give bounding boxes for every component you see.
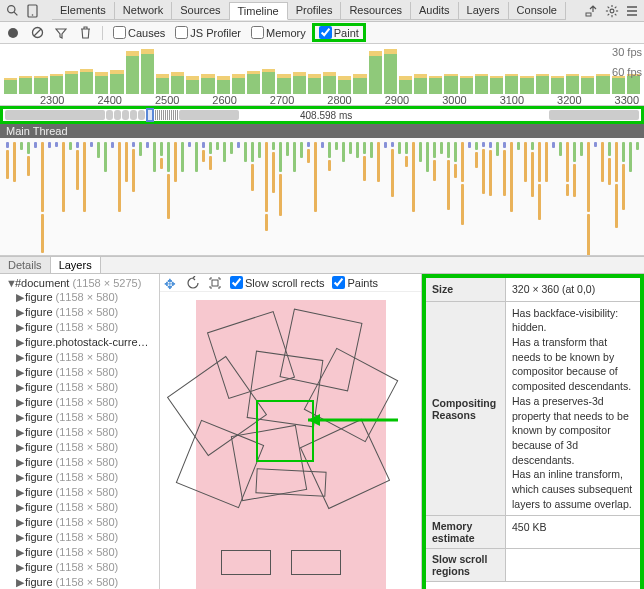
- tree-label: figure: [25, 531, 56, 543]
- disclosure-icon[interactable]: ▶: [16, 561, 25, 574]
- disclosure-icon[interactable]: ▶: [16, 531, 25, 544]
- menu-icon[interactable]: [624, 3, 640, 19]
- flame-block: [461, 142, 464, 182]
- tree-row[interactable]: ▶figure (1158 × 580): [0, 350, 159, 365]
- svg-line-19: [34, 29, 41, 36]
- flame-block: [125, 142, 128, 182]
- filter-icon[interactable]: [54, 26, 68, 40]
- disclosure-icon[interactable]: ▶: [16, 426, 25, 439]
- canvas-body[interactable]: [160, 292, 421, 589]
- tab-elements[interactable]: Elements: [52, 2, 115, 19]
- tab-timeline[interactable]: Timeline: [230, 2, 288, 20]
- record-icon[interactable]: [6, 26, 20, 40]
- disclosure-icon[interactable]: ▶: [16, 546, 25, 559]
- tree-row[interactable]: ▶figure (1158 × 580): [0, 560, 159, 575]
- tree-row[interactable]: ▶figure (1158 × 580): [0, 455, 159, 470]
- tree-label: figure: [25, 471, 56, 483]
- clear-icon[interactable]: [30, 26, 44, 40]
- disclosure-icon[interactable]: ▼: [6, 277, 15, 289]
- fps-bar: [171, 72, 184, 94]
- memory-checkbox[interactable]: Memory: [251, 26, 306, 39]
- tree-row[interactable]: ▶figure (1158 × 580): [0, 395, 159, 410]
- document-layer: [196, 300, 386, 589]
- flame-block: [321, 142, 324, 148]
- tree-row[interactable]: ▶figure (1158 × 580): [0, 515, 159, 530]
- disclosure-icon[interactable]: ▶: [16, 471, 25, 484]
- search-icon[interactable]: [4, 3, 20, 19]
- tree-row[interactable]: ▶figure (1158 × 580): [0, 320, 159, 335]
- fps-chart[interactable]: 30 fps 60 fps 2300 ms2400 ms2500 ms2600 …: [0, 44, 644, 106]
- svg-rect-4: [586, 13, 591, 16]
- fps-bar: [65, 71, 78, 94]
- tree-label: figure: [25, 561, 56, 573]
- disclosure-icon[interactable]: ▶: [16, 456, 25, 469]
- disclosure-icon[interactable]: ▶: [16, 381, 25, 394]
- tree-row[interactable]: ▶figure (1158 × 580): [0, 305, 159, 320]
- tree-row[interactable]: ▼#document (1158 × 5275): [0, 276, 159, 290]
- device-icon[interactable]: [24, 3, 40, 19]
- tree-row[interactable]: ▶figure (1158 × 580): [0, 365, 159, 380]
- tree-row[interactable]: ▶figure.photostack-curre…: [0, 335, 159, 350]
- prop-mem-key: Memory estimate: [426, 516, 506, 548]
- tab-profiles[interactable]: Profiles: [288, 2, 342, 19]
- tree-row[interactable]: ▶figure (1158 × 580): [0, 575, 159, 589]
- disclosure-icon[interactable]: ▶: [16, 321, 25, 334]
- flame-chart[interactable]: [0, 138, 644, 256]
- rotate-icon[interactable]: [186, 276, 200, 290]
- trash-icon[interactable]: [78, 26, 92, 40]
- tree-row[interactable]: ▶figure (1158 × 580): [0, 425, 159, 440]
- disclosure-icon[interactable]: ▶: [16, 576, 25, 589]
- layer-tree[interactable]: ▼#document (1158 × 5275)▶figure (1158 × …: [0, 274, 160, 589]
- lower-tab-details[interactable]: Details: [0, 257, 51, 273]
- disclosure-icon[interactable]: ▶: [16, 336, 25, 349]
- selected-layer: [256, 400, 314, 462]
- slow-rects-checkbox[interactable]: Slow scroll rects: [230, 276, 324, 289]
- disclosure-icon[interactable]: ▶: [16, 516, 25, 529]
- overview-window[interactable]: [146, 108, 154, 122]
- disclosure-icon[interactable]: ▶: [16, 501, 25, 514]
- fps-30-label: 30 fps: [612, 46, 642, 58]
- drawer-icon[interactable]: [584, 3, 600, 19]
- tree-row[interactable]: ▶figure (1158 × 580): [0, 290, 159, 305]
- lower-tab-layers[interactable]: Layers: [51, 257, 101, 273]
- pan-icon[interactable]: ✥: [164, 276, 178, 290]
- disclosure-icon[interactable]: ▶: [16, 351, 25, 364]
- tree-row[interactable]: ▶figure (1158 × 580): [0, 470, 159, 485]
- tab-sources[interactable]: Sources: [172, 2, 229, 19]
- paints-checkbox[interactable]: Paints: [332, 276, 378, 289]
- tab-console[interactable]: Console: [509, 2, 566, 19]
- tab-layers[interactable]: Layers: [459, 2, 509, 19]
- time-tick: 2700 ms: [270, 94, 299, 106]
- disclosure-icon[interactable]: ▶: [16, 486, 25, 499]
- prop-mem: Memory estimate 450 KB: [426, 516, 640, 549]
- overview-bar[interactable]: 408.598 ms: [0, 106, 644, 124]
- jsprofiler-checkbox[interactable]: JS Profiler: [175, 26, 241, 39]
- tree-row[interactable]: ▶figure (1158 × 580): [0, 530, 159, 545]
- causes-checkbox[interactable]: Causes: [113, 26, 165, 39]
- disclosure-icon[interactable]: ▶: [16, 366, 25, 379]
- paint-checkbox[interactable]: Paint: [319, 26, 359, 39]
- tree-row[interactable]: ▶figure (1158 × 580): [0, 500, 159, 515]
- tree-row[interactable]: ▶figure (1158 × 580): [0, 410, 159, 425]
- gear-icon[interactable]: [604, 3, 620, 19]
- fps-bar: [4, 78, 17, 94]
- svg-point-3: [31, 14, 33, 16]
- disclosure-icon[interactable]: ▶: [16, 441, 25, 454]
- disclosure-icon[interactable]: ▶: [16, 306, 25, 319]
- tree-row[interactable]: ▶figure (1158 × 580): [0, 545, 159, 560]
- fps-bar: [566, 74, 579, 94]
- flame-block: [545, 142, 548, 182]
- flame-block: [580, 142, 583, 156]
- reset-icon[interactable]: [208, 276, 222, 290]
- tree-row[interactable]: ▶figure (1158 × 580): [0, 485, 159, 500]
- tree-row[interactable]: ▶figure (1158 × 580): [0, 380, 159, 395]
- tab-network[interactable]: Network: [115, 2, 172, 19]
- disclosure-icon[interactable]: ▶: [16, 411, 25, 424]
- disclosure-icon[interactable]: ▶: [16, 396, 25, 409]
- tree-row[interactable]: ▶figure (1158 × 580): [0, 440, 159, 455]
- disclosure-icon[interactable]: ▶: [16, 291, 25, 304]
- tab-audits[interactable]: Audits: [411, 2, 459, 19]
- fps-bar: [126, 51, 139, 94]
- flame-block: [41, 142, 44, 212]
- tab-resources[interactable]: Resources: [341, 2, 411, 19]
